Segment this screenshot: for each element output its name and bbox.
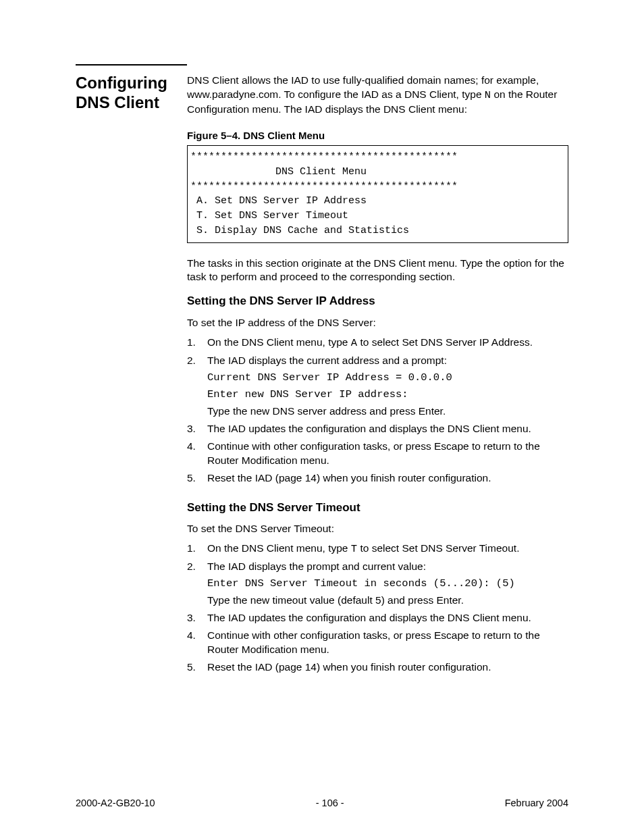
list-number: 3.	[187, 611, 207, 625]
sub-heading-timeout: Setting the DNS Server Timeout	[187, 500, 568, 516]
intro-paragraph: DNS Client allows the IAD to use fully-q…	[187, 74, 568, 117]
steps-list-ip: 1. On the DNS Client menu, type A to sel…	[187, 336, 568, 485]
intro-code: N	[485, 89, 491, 101]
list-item: 2. The IAD displays the current address …	[187, 354, 568, 419]
step-text: On the DNS Client menu, type	[207, 542, 351, 554]
list-body: The IAD updates the configuration and di…	[207, 611, 568, 625]
list-number: 4.	[187, 629, 207, 657]
step-text: to select Set DNS Server IP Address.	[357, 336, 533, 348]
footer-page-number: - 106 -	[316, 798, 344, 808]
list-number: 5.	[187, 660, 207, 675]
list-number: 1.	[187, 336, 207, 350]
list-item: 4. Continue with other configuration tas…	[187, 440, 568, 468]
step-text: On the DNS Client menu, type	[207, 336, 351, 348]
list-item: 4. Continue with other configuration tas…	[187, 629, 568, 657]
main-column: DNS Client allows the IAD to use fully-q…	[187, 64, 568, 689]
step-code: A	[351, 337, 357, 349]
list-number: 4.	[187, 440, 207, 468]
section-title: Configur­ing DNS Client	[76, 64, 187, 113]
dns-client-menu-box: ****************************************…	[187, 145, 568, 243]
list-body: The IAD updates the configuration and di…	[207, 422, 568, 436]
list-item: 3. The IAD updates the configuration and…	[187, 422, 568, 436]
list-item: 2. The IAD displays the prompt and curre…	[187, 560, 568, 608]
step-code-line: Enter DNS Server Timeout in seconds (5..…	[207, 577, 568, 591]
list-number: 2.	[187, 354, 207, 419]
lead-paragraph: To set the IP address of the DNS Server:	[187, 316, 568, 330]
list-body: On the DNS Client menu, type T to select…	[207, 542, 568, 556]
menu-option-s: S. Display DNS Cache and Statistics	[190, 224, 565, 238]
content-row: Configur­ing DNS Client DNS Client allow…	[76, 64, 568, 689]
step-text: to select Set DNS Server Timeout.	[357, 542, 519, 554]
list-number: 3.	[187, 422, 207, 436]
list-body: Reset the IAD (page 14) when you finish …	[207, 660, 568, 675]
menu-option-t: T. Set DNS Server Timeout	[190, 209, 565, 224]
list-body: On the DNS Client menu, type A to select…	[207, 336, 568, 350]
list-body: The IAD displays the prompt and current …	[207, 560, 568, 608]
menu-title: DNS Client Menu	[190, 165, 565, 180]
figure-caption: Figure 5–4. DNS Client Menu	[187, 129, 568, 142]
list-body: Reset the IAD (page 14) when you finish …	[207, 471, 568, 486]
step-tail: Type the new DNS server address and pres…	[207, 405, 568, 419]
lead-paragraph: To set the DNS Server Timeout:	[187, 522, 568, 536]
step-lead: The IAD displays the current address and…	[207, 354, 568, 368]
steps-list-timeout: 1. On the DNS Client menu, type T to sel…	[187, 542, 568, 674]
sub-heading-ip: Setting the DNS Server IP Address	[187, 294, 568, 309]
list-item: 5. Reset the IAD (page 14) when you fini…	[187, 660, 568, 675]
list-number: 2.	[187, 560, 207, 608]
step-lead: The IAD displays the prompt and current …	[207, 560, 568, 574]
menu-line: ****************************************…	[190, 180, 565, 194]
footer-doc-id: 2000-A2-GB20-10	[76, 798, 155, 808]
page-footer: 2000-A2-GB20-10 - 106 - February 2004	[76, 798, 568, 808]
menu-option-a: A. Set DNS Server IP Address	[190, 194, 565, 209]
list-number: 1.	[187, 542, 207, 556]
list-body: Continue with other configuration tasks,…	[207, 629, 568, 657]
step-tail: Type the new timeout value (default 5) a…	[207, 594, 568, 608]
list-item: 5. Reset the IAD (page 14) when you fini…	[187, 471, 568, 486]
list-body: The IAD displays the current address and…	[207, 354, 568, 419]
list-item: 1. On the DNS Client menu, type T to sel…	[187, 542, 568, 556]
step-code-line: Enter new DNS Server IP address:	[207, 388, 568, 402]
page: Configur­ing DNS Client DNS Client allow…	[0, 0, 644, 834]
list-item: 3. The IAD updates the configuration and…	[187, 611, 568, 625]
after-menu-paragraph: The tasks in this section originate at t…	[187, 257, 568, 285]
step-code-line: Current DNS Server IP Address = 0.0.0.0	[207, 371, 568, 385]
list-item: 1. On the DNS Client menu, type A to sel…	[187, 336, 568, 350]
list-body: Continue with other configuration tasks,…	[207, 440, 568, 468]
footer-date: February 2004	[505, 798, 568, 808]
list-number: 5.	[187, 471, 207, 486]
menu-line: ****************************************…	[190, 150, 565, 165]
step-code: T	[351, 543, 357, 555]
